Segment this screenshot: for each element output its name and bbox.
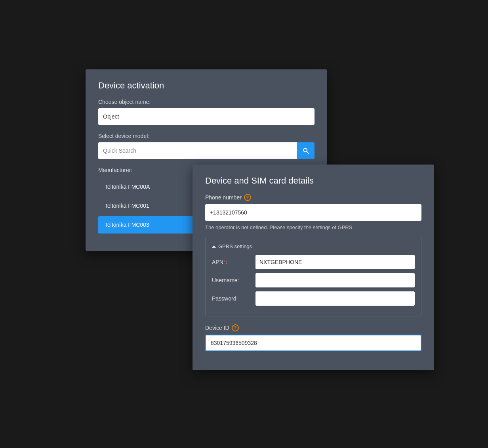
device-sim-card: Device and SIM card details Phone number… <box>193 165 434 370</box>
required-star: * <box>223 259 225 265</box>
apn-input[interactable] <box>255 255 415 269</box>
phone-help-icon[interactable]: ? <box>244 194 251 201</box>
apn-row: APN*: <box>212 255 415 269</box>
username-label: Username: <box>212 277 255 283</box>
device-id-label: Device ID <box>205 325 229 331</box>
phone-number-input[interactable] <box>205 204 421 221</box>
device-id-label-wrapper: Device ID ? <box>205 324 421 331</box>
object-name-input[interactable] <box>98 108 315 125</box>
svg-line-1 <box>307 151 309 153</box>
device-id-help-icon[interactable]: ? <box>232 324 239 331</box>
object-name-label: Choose object name: <box>98 99 315 105</box>
device-id-input[interactable] <box>205 335 421 351</box>
gprs-header: GPRS settings <box>212 243 415 249</box>
search-icon <box>303 147 309 154</box>
gprs-title: GPRS settings <box>218 243 252 249</box>
search-button[interactable] <box>297 142 315 159</box>
apn-label: APN*: <box>212 259 255 265</box>
username-row: Username: <box>212 273 415 287</box>
phone-number-label: Phone number <box>205 194 242 201</box>
device-activation-title: Device activation <box>98 80 315 91</box>
password-input[interactable] <box>255 291 415 306</box>
device-sim-title: Device and SIM card details <box>205 176 421 186</box>
phone-number-label-wrapper: Phone number ? <box>205 194 421 201</box>
username-input[interactable] <box>255 273 415 287</box>
device-model-search-wrapper <box>98 142 315 159</box>
operator-warning: The operator is not defined. Please spec… <box>205 224 421 231</box>
password-row: Password: <box>212 291 415 306</box>
password-label: Password: <box>212 295 255 302</box>
gprs-section: GPRS settings APN*: Username: Password: <box>205 237 421 316</box>
chevron-up-icon <box>212 245 216 248</box>
device-model-label: Select device model: <box>98 133 315 139</box>
quick-search-input[interactable] <box>98 142 297 159</box>
